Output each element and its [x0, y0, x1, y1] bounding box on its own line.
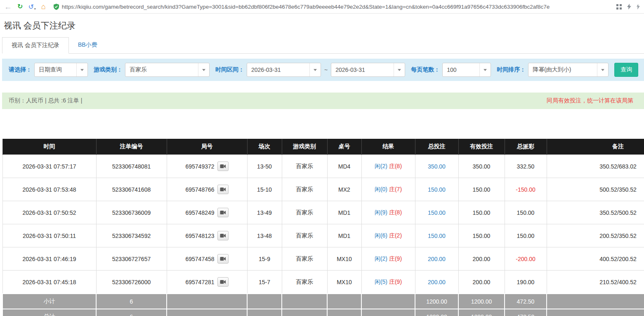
total-bet-cell[interactable]: 350.00	[415, 155, 458, 178]
secure-shield-icon	[54, 4, 59, 10]
result-banker: 庄(8)	[389, 209, 402, 216]
result-player: 闲(9)	[375, 209, 387, 216]
date-to-input[interactable]: 2026-03-31	[331, 63, 405, 77]
payout-cell: 332.50	[505, 155, 547, 178]
remark-cell: 500.52/350.52	[547, 178, 644, 201]
total-bet-cell[interactable]: 150.00	[415, 178, 458, 201]
payout-cell: 150.00	[505, 201, 547, 224]
summary-count-cell: 6	[96, 294, 167, 309]
video-camera-icon	[220, 187, 226, 192]
video-replay-button[interactable]	[217, 162, 229, 171]
page-size-select[interactable]: 100	[442, 63, 491, 77]
total-bet-cell[interactable]: 150.00	[415, 224, 458, 247]
table-number-cell: MD1	[327, 224, 361, 247]
video-replay-button[interactable]	[217, 185, 229, 194]
bet-id-cell: 523306748081	[96, 155, 167, 178]
column-header: 备注	[547, 139, 644, 155]
summary-empty-cell	[167, 294, 247, 309]
summary-empty-cell	[247, 294, 282, 309]
total-bet-cell[interactable]: 200.00	[415, 271, 458, 294]
column-header: 游戏类别	[282, 139, 327, 155]
tab-bet-record[interactable]: 视讯 会员下注纪录	[2, 37, 69, 54]
time-cell: 2026-03-31 07:46:19	[2, 247, 96, 271]
summary-payout-cell: 472.50	[505, 309, 547, 316]
summary-empty-cell	[247, 309, 282, 316]
summary-valid-bet-cell: 1200.00	[458, 294, 505, 309]
sort-order-select[interactable]: 降幂(由大到小)	[528, 63, 609, 77]
bet-id-cell: 523306734592	[96, 224, 167, 247]
address-bar[interactable]: https://kiqiiu.com/game/betrecord_search…	[54, 4, 608, 10]
currency-total-text: 币别：人民币 | 总共 :6 注单 |	[9, 97, 82, 105]
video-camera-icon	[220, 280, 226, 284]
total-bet-cell[interactable]: 200.00	[415, 247, 458, 271]
summary-empty-cell	[547, 294, 644, 309]
video-camera-icon	[220, 210, 226, 215]
refresh-icon[interactable]: ↻	[17, 3, 23, 10]
game-type-select[interactable]: 百家乐	[125, 63, 210, 77]
summary-label-cell: 总计	[2, 309, 96, 316]
bet-id-cell: 523306741608	[96, 178, 167, 201]
table-header-row: 时间注单编号局号场次游戏类别桌号结果总投注有效投注总派彩备注	[2, 139, 644, 155]
column-header: 时间	[2, 139, 96, 155]
result-cell: 闲(2) 庄(9)	[361, 247, 415, 271]
sort-order-label: 时间排序：	[497, 66, 526, 74]
column-header: 结果	[361, 139, 415, 155]
column-header: 有效投注	[458, 139, 505, 155]
result-cell: 闲(0) 庄(7)	[361, 178, 415, 201]
back-icon[interactable]: ←	[4, 3, 12, 11]
query-type-select[interactable]: 日期查询	[34, 63, 88, 77]
video-replay-button[interactable]	[217, 208, 229, 217]
summary-label-cell: 小计	[2, 294, 96, 309]
valid-bet-cell: 150.00	[458, 201, 505, 224]
filter-bar: 请选择： 日期查询 游戏类别： 百家乐 时间区间： 2026-03-31 ~ 2…	[2, 59, 644, 81]
undo-icon: ↺	[28, 3, 33, 11]
column-header: 场次	[247, 139, 282, 155]
date-from-input[interactable]: 2026-03-31	[247, 63, 321, 77]
table-number-cell: MX10	[327, 247, 361, 271]
summary-empty-cell	[282, 309, 327, 316]
total-bet-cell[interactable]: 150.00	[415, 201, 458, 224]
session-cell: 15-9	[247, 247, 282, 271]
bet-table: 时间注单编号局号场次游戏类别桌号结果总投注有效投注总派彩备注 2026-03-3…	[2, 139, 644, 316]
chevron-down-icon: ▾	[34, 7, 36, 11]
bet-id-cell: 523306736009	[96, 201, 167, 224]
summary-empty-cell	[327, 309, 361, 316]
undo-dropdown[interactable]: ↺ ▾	[28, 3, 35, 11]
search-button[interactable]: 查询	[614, 63, 638, 77]
browser-toolbar: ← ↻ ↺ ▾ ⌂ https://kiqiiu.com/game/betrec…	[0, 0, 644, 14]
payout-cell: -150.00	[505, 178, 547, 201]
page-title: 视讯 会员下注纪录	[4, 20, 644, 31]
remark-cell: 350.52/683.02	[547, 155, 644, 178]
time-cell: 2026-03-31 07:45:18	[2, 271, 96, 294]
apps-grid-icon[interactable]	[616, 4, 622, 10]
home-icon[interactable]: ⌂	[41, 3, 46, 10]
game-type-cell: 百家乐	[282, 271, 327, 294]
result-cell: 闲(2) 庄(8)	[361, 155, 415, 178]
summary-empty-cell	[547, 309, 644, 316]
column-header: 桌号	[327, 139, 361, 155]
game-type-value: 百家乐	[125, 66, 198, 74]
valid-bet-cell: 150.00	[458, 224, 505, 247]
valid-bet-cell: 350.00	[458, 155, 505, 178]
video-camera-icon	[220, 233, 226, 238]
column-header: 总派彩	[505, 139, 547, 155]
video-camera-icon	[220, 257, 226, 261]
video-replay-button[interactable]	[217, 277, 229, 287]
column-header: 总投注	[415, 139, 458, 155]
video-replay-button[interactable]	[217, 231, 229, 240]
tab-bar: 视讯 会员下注纪录 BB小费	[2, 37, 644, 54]
round-number: 695749372	[185, 163, 214, 170]
game-type-cell: 百家乐	[282, 224, 327, 247]
query-type-value: 日期查询	[35, 66, 76, 74]
clipped-edge-icon[interactable]	[637, 4, 640, 10]
summary-row: 小计61200.001200.00472.50	[2, 294, 644, 309]
round-cell: 695748123	[167, 224, 247, 247]
valid-bet-cell: 150.00	[458, 178, 505, 201]
remark-cell: 210.52/400.52	[547, 271, 644, 294]
lightning-icon[interactable]	[627, 4, 631, 10]
date-from-value: 2026-03-31	[247, 67, 309, 73]
tab-bb-tip[interactable]: BB小费	[69, 37, 106, 54]
bet-row: 2026-03-31 07:57:17523306748081695749372…	[2, 155, 644, 178]
video-replay-button[interactable]	[217, 254, 229, 264]
summary-total-bet-cell: 1200.00	[415, 309, 458, 316]
